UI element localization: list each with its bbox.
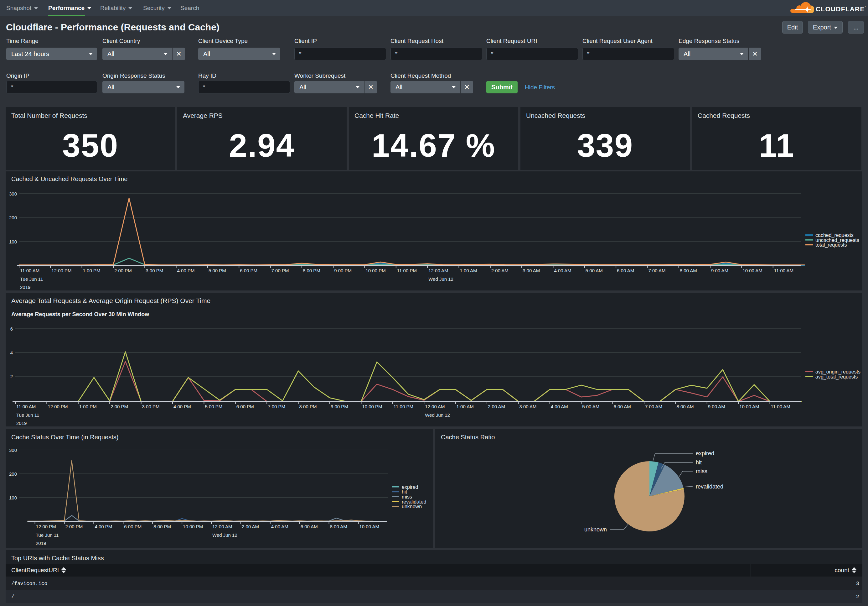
svg-text:1:00 AM: 1:00 AM	[460, 268, 477, 273]
svg-text:300: 300	[9, 448, 17, 453]
svg-text:11:00 AM: 11:00 AM	[20, 268, 39, 273]
svg-text:miss: miss	[402, 494, 412, 499]
svg-text:revalidated: revalidated	[402, 499, 426, 505]
svg-text:expired: expired	[402, 485, 418, 490]
svg-text:4:00 AM: 4:00 AM	[271, 524, 288, 529]
svg-text:6:00 PM: 6:00 PM	[124, 524, 141, 529]
svg-text:6:00 AM: 6:00 AM	[301, 524, 318, 529]
svg-text:8:00 AM: 8:00 AM	[680, 268, 697, 273]
svg-text:4:00 PM: 4:00 PM	[174, 404, 191, 409]
svg-text:1:00 PM: 1:00 PM	[83, 268, 101, 273]
svg-text:4:00 AM: 4:00 AM	[554, 268, 571, 273]
svg-text:hit: hit	[402, 489, 407, 494]
svg-text:Tue Jun 11: Tue Jun 11	[20, 277, 43, 282]
svg-text:5:00 PM: 5:00 PM	[209, 268, 226, 273]
svg-text:100: 100	[9, 239, 17, 244]
svg-text:12:00 PM: 12:00 PM	[51, 268, 71, 273]
svg-text:6:00 AM: 6:00 AM	[614, 404, 631, 409]
svg-text:3:00 AM: 3:00 AM	[519, 404, 536, 409]
svg-text:4:00 PM: 4:00 PM	[95, 524, 112, 529]
svg-text:3:00 AM: 3:00 AM	[522, 268, 540, 273]
svg-text:12:00 AM: 12:00 AM	[212, 524, 232, 529]
svg-text:revalidated: revalidated	[696, 483, 723, 490]
svg-text:10:00 AM: 10:00 AM	[360, 524, 379, 529]
svg-text:6:00 PM: 6:00 PM	[240, 268, 257, 273]
svg-text:2019: 2019	[20, 284, 30, 290]
svg-text:4: 4	[10, 350, 13, 355]
svg-text:11:00 AM: 11:00 AM	[16, 404, 36, 409]
svg-text:7:00 PM: 7:00 PM	[268, 404, 285, 409]
svg-text:200: 200	[9, 215, 17, 220]
svg-text:9:00 PM: 9:00 PM	[331, 404, 348, 409]
svg-text:10:00 PM: 10:00 PM	[366, 268, 386, 273]
svg-text:7:00 AM: 7:00 AM	[645, 404, 662, 409]
svg-text:8:00 PM: 8:00 PM	[303, 268, 320, 273]
svg-text:12:00 PM: 12:00 PM	[36, 524, 56, 529]
svg-text:5:00 AM: 5:00 AM	[582, 404, 599, 409]
svg-text:11:00 PM: 11:00 PM	[394, 404, 413, 409]
svg-text:2:00 AM: 2:00 AM	[488, 404, 505, 409]
svg-text:8:00 AM: 8:00 AM	[330, 524, 347, 529]
svg-text:unknown: unknown	[584, 527, 607, 533]
svg-text:9:00 PM: 9:00 PM	[334, 268, 352, 273]
svg-text:300: 300	[9, 191, 17, 196]
svg-text:2:00 PM: 2:00 PM	[65, 524, 83, 529]
svg-text:4:00 AM: 4:00 AM	[551, 404, 568, 409]
svg-text:2:00 AM: 2:00 AM	[491, 268, 508, 273]
svg-text:Wed Jun 12: Wed Jun 12	[425, 412, 450, 418]
svg-text:Wed Jun 12: Wed Jun 12	[428, 277, 453, 282]
svg-text:2:00 PM: 2:00 PM	[114, 268, 132, 273]
svg-text:unknown: unknown	[402, 504, 422, 509]
svg-text:6:00 AM: 6:00 AM	[617, 268, 634, 273]
svg-text:2: 2	[10, 374, 13, 379]
svg-text:2019: 2019	[36, 541, 46, 546]
svg-text:9:00 AM: 9:00 AM	[711, 268, 728, 273]
svg-text:Tue Jun 11: Tue Jun 11	[36, 532, 59, 538]
svg-text:8:00 AM: 8:00 AM	[676, 404, 694, 409]
svg-text:4:00 PM: 4:00 PM	[177, 268, 195, 273]
svg-text:3:00 PM: 3:00 PM	[142, 404, 160, 409]
svg-text:11:00 AM: 11:00 AM	[774, 268, 794, 273]
svg-text:Tue Jun 11: Tue Jun 11	[16, 412, 39, 418]
svg-text:8:00 PM: 8:00 PM	[299, 404, 317, 409]
svg-text:5:00 AM: 5:00 AM	[586, 268, 603, 273]
svg-text:7:00 PM: 7:00 PM	[271, 268, 289, 273]
svg-text:7:00 AM: 7:00 AM	[648, 268, 665, 273]
svg-text:2:00 PM: 2:00 PM	[110, 404, 128, 409]
svg-text:11:00 AM: 11:00 AM	[771, 404, 790, 409]
svg-text:avg_total_requests: avg_total_requests	[815, 374, 858, 380]
svg-text:12:00 PM: 12:00 PM	[48, 404, 68, 409]
svg-text:10:00 PM: 10:00 PM	[362, 404, 382, 409]
svg-text:1:00 AM: 1:00 AM	[457, 404, 474, 409]
svg-text:hit: hit	[696, 459, 702, 466]
svg-text:2:00 AM: 2:00 AM	[242, 524, 259, 529]
svg-text:9:00 AM: 9:00 AM	[708, 404, 725, 409]
svg-text:total_requests: total_requests	[815, 242, 847, 248]
svg-text:11:00 PM: 11:00 PM	[397, 268, 417, 273]
svg-text:12:00 AM: 12:00 AM	[425, 404, 445, 409]
svg-text:10:00 AM: 10:00 AM	[742, 268, 762, 273]
svg-text:10:00 PM: 10:00 PM	[183, 524, 203, 529]
svg-text:miss: miss	[696, 468, 707, 474]
svg-text:100: 100	[9, 495, 17, 500]
svg-text:1:00 PM: 1:00 PM	[79, 404, 97, 409]
svg-text:6:00 PM: 6:00 PM	[236, 404, 254, 409]
svg-text:12:00 AM: 12:00 AM	[428, 268, 448, 273]
svg-text:6: 6	[10, 326, 13, 331]
svg-text:expired: expired	[696, 450, 714, 457]
svg-text:5:00 PM: 5:00 PM	[205, 404, 222, 409]
svg-text:200: 200	[9, 471, 17, 477]
svg-text:3:00 PM: 3:00 PM	[146, 268, 163, 273]
svg-text:10:00 AM: 10:00 AM	[739, 404, 759, 409]
svg-text:8:00 PM: 8:00 PM	[153, 524, 171, 529]
svg-text:2019: 2019	[16, 421, 26, 426]
svg-text:Wed Jun 12: Wed Jun 12	[212, 532, 237, 538]
